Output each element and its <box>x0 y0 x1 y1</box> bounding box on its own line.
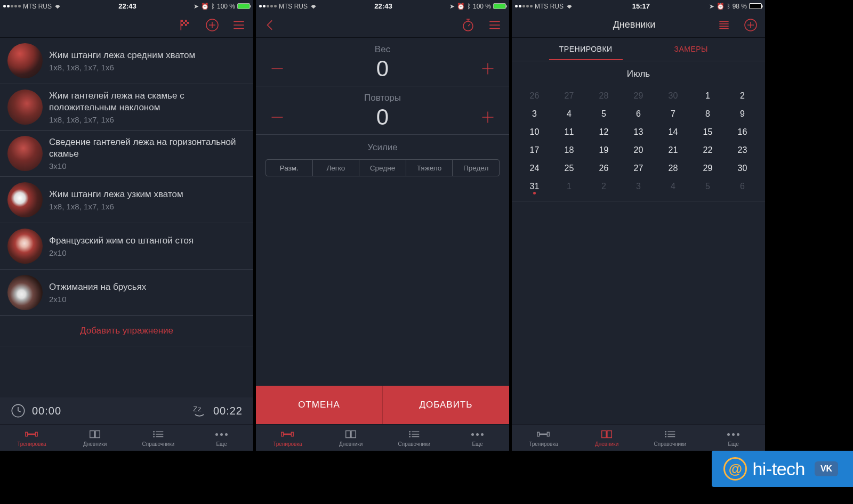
svg-rect-40 <box>292 432 294 436</box>
weight-minus-button[interactable] <box>268 59 287 78</box>
tab-training[interactable]: Тренировка <box>0 425 63 451</box>
tab-more[interactable]: Еще <box>190 425 253 451</box>
reps-label: Повторы <box>256 93 509 103</box>
exercise-name: Жим штанги лежа узким хватом <box>49 189 246 200</box>
calendar-day[interactable]: 24 <box>517 159 552 177</box>
calendar-day[interactable]: 18 <box>552 141 586 159</box>
exercise-sets: 1x8, 1x8, 1x7, 1x6 <box>49 63 246 72</box>
cancel-button[interactable]: ОТМЕНА <box>256 386 383 424</box>
screen-add-set: MTS RUS 22:43 ➤⏰ᛒ 100 % Вес 0 Повторы <box>256 0 509 451</box>
calendar-day[interactable]: 25 <box>552 159 586 177</box>
effort-option[interactable]: Средне <box>359 160 406 176</box>
tab-reference[interactable]: Справочники <box>127 425 190 451</box>
calendar-day[interactable]: 26 <box>586 159 621 177</box>
sub-tab-trainings[interactable]: ТРЕНИРОВКИ <box>533 38 639 61</box>
calendar-day[interactable]: 1 <box>552 177 586 196</box>
add-exercise-button[interactable]: Добавить упражнение <box>0 316 253 346</box>
status-bar: MTS RUS 22:43 ➤⏰ᛒ 100 % <box>256 0 509 12</box>
calendar-day[interactable]: 9 <box>725 105 760 123</box>
tab-diaries[interactable]: Дневники <box>319 425 383 451</box>
calendar-day[interactable]: 19 <box>586 141 621 159</box>
calendar-day[interactable]: 4 <box>552 105 586 123</box>
menu-icon[interactable] <box>488 18 502 32</box>
exercise-row[interactable]: Отжимания на брусьях 2x10 <box>0 270 253 316</box>
screen-workout: MTS RUS 22:43 ➤ ⏰ ᛒ 100 % Жим штанги леж… <box>0 0 253 451</box>
reps-minus-button[interactable] <box>268 108 287 127</box>
calendar-day[interactable]: 30 <box>725 159 760 177</box>
calendar-day[interactable]: 13 <box>621 123 656 141</box>
reps-section: Повторы 0 <box>256 86 509 135</box>
exercise-row[interactable]: Французский жим со штангой стоя 2x10 <box>0 223 253 270</box>
exercise-row[interactable]: Жим штанги лежа средним хватом 1x8, 1x8,… <box>0 38 253 84</box>
calendar-day[interactable]: 11 <box>552 123 586 141</box>
effort-section: Усилие Разм. Легко Средне Тяжело Предел <box>256 135 509 187</box>
calendar-day[interactable]: 16 <box>725 123 760 141</box>
calendar-day[interactable]: 12 <box>586 123 621 141</box>
calendar-day[interactable]: 27 <box>552 87 586 105</box>
calendar-day[interactable]: 29 <box>621 87 656 105</box>
calendar-day[interactable]: 14 <box>656 123 690 141</box>
effort-option[interactable]: Предел <box>453 160 499 176</box>
calendar-day[interactable]: 29 <box>690 159 725 177</box>
calendar-day[interactable]: 20 <box>621 141 656 159</box>
exercise-row[interactable]: Жим гантелей лежа на скамье с положитель… <box>0 84 253 131</box>
location-icon: ➤ <box>194 3 199 10</box>
calendar-day[interactable]: 21 <box>656 141 690 159</box>
calendar-day[interactable]: 5 <box>690 177 725 196</box>
add-icon[interactable] <box>744 18 758 32</box>
finish-flag-icon[interactable] <box>179 18 192 32</box>
stopwatch-icon[interactable] <box>461 18 475 32</box>
tab-training[interactable]: Тренировка <box>512 425 575 451</box>
calendar-day[interactable]: 7 <box>656 105 690 123</box>
list-icon[interactable] <box>717 18 731 32</box>
calendar-day[interactable]: 31 <box>517 177 552 196</box>
calendar-day[interactable]: 30 <box>656 87 690 105</box>
calendar-day[interactable]: 4 <box>656 177 690 196</box>
exercise-list: Жим штанги лежа средним хватом 1x8, 1x8,… <box>0 38 253 397</box>
calendar-day[interactable]: 6 <box>725 177 760 196</box>
calendar-day[interactable]: 2 <box>586 177 621 196</box>
tab-reference[interactable]: Справочники <box>639 425 702 451</box>
exercise-name: Отжимания на брусьях <box>49 281 246 292</box>
tab-more[interactable]: Еще <box>446 425 509 451</box>
add-button[interactable]: ДОБАВИТЬ <box>383 386 509 424</box>
calendar-day[interactable]: 17 <box>517 141 552 159</box>
page-title: Дневники <box>551 19 717 30</box>
effort-option[interactable]: Легко <box>313 160 360 176</box>
calendar-day[interactable]: 23 <box>725 141 760 159</box>
back-icon[interactable] <box>263 18 277 32</box>
exercise-row[interactable]: Жим штанги лежа узким хватом 1x8, 1x8, 1… <box>0 177 253 223</box>
exercise-sets: 3x10 <box>49 161 246 170</box>
menu-icon[interactable] <box>232 18 246 32</box>
svg-point-58 <box>665 431 666 433</box>
tab-more[interactable]: Еще <box>702 425 765 451</box>
reps-plus-button[interactable] <box>478 108 497 127</box>
calendar-day[interactable]: 10 <box>517 123 552 141</box>
calendar-day[interactable]: 28 <box>586 87 621 105</box>
effort-option[interactable]: Разм. <box>266 160 313 176</box>
calendar-day[interactable]: 3 <box>621 177 656 196</box>
weight-plus-button[interactable] <box>478 59 497 78</box>
tab-reference[interactable]: Справочники <box>383 425 446 451</box>
tab-diaries[interactable]: Дневники <box>575 425 639 451</box>
calendar-day[interactable]: 27 <box>621 159 656 177</box>
calendar-day[interactable]: 6 <box>621 105 656 123</box>
calendar-day[interactable]: 1 <box>690 87 725 105</box>
calendar-day[interactable]: 3 <box>517 105 552 123</box>
calendar-day[interactable]: 2 <box>725 87 760 105</box>
weight-label: Вес <box>256 44 509 55</box>
svg-rect-55 <box>537 432 540 436</box>
calendar-day[interactable]: 26 <box>517 87 552 105</box>
sub-tab-measures[interactable]: ЗАМЕРЫ <box>639 38 744 61</box>
bottom-actions: ОТМЕНА ДОБАВИТЬ <box>256 386 509 424</box>
tab-diaries[interactable]: Дневники <box>63 425 127 451</box>
tab-training[interactable]: Тренировка <box>256 425 319 451</box>
calendar-day[interactable]: 28 <box>656 159 690 177</box>
calendar-day[interactable]: 22 <box>690 141 725 159</box>
exercise-row[interactable]: Сведение гантелей лежа на горизонтальной… <box>0 131 253 177</box>
add-icon[interactable] <box>205 18 219 32</box>
calendar-day[interactable]: 15 <box>690 123 725 141</box>
calendar-day[interactable]: 8 <box>690 105 725 123</box>
calendar-day[interactable]: 5 <box>586 105 621 123</box>
effort-option[interactable]: Тяжело <box>406 160 453 176</box>
